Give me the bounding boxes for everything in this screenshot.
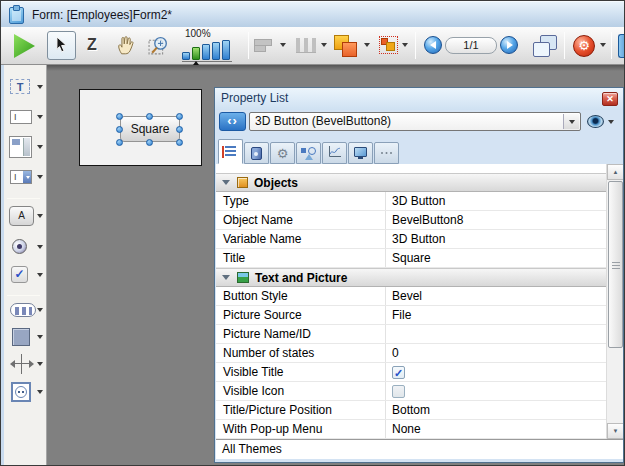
checkbox-unchecked[interactable] — [392, 385, 405, 398]
property-row[interactable]: Number of states0 — [216, 344, 606, 363]
dropdown-arrow-icon[interactable] — [37, 214, 43, 218]
selection-handle[interactable] — [146, 113, 153, 120]
dropdown-arrow-icon[interactable] — [37, 308, 43, 312]
listbox-tool[interactable] — [4, 136, 46, 158]
level-tool[interactable] — [334, 35, 360, 57]
property-row[interactable]: Picture SourceFile — [216, 306, 606, 325]
entry-order-tool[interactable]: Z — [87, 36, 97, 54]
checkbox-tool[interactable]: ✓ — [4, 266, 46, 283]
object-navigation-buttons[interactable]: ‹› — [219, 112, 246, 131]
property-value[interactable]: File — [386, 306, 606, 324]
dropdown-arrow-icon[interactable] — [37, 85, 43, 89]
tab-settings[interactable]: ⚙ — [270, 142, 295, 164]
property-value[interactable]: 3D Button — [386, 230, 606, 248]
scrollbar-thumb[interactable] — [608, 181, 623, 348]
combo-box-tool[interactable]: I — [4, 170, 46, 184]
form-pages-button[interactable] — [533, 35, 558, 57]
close-button[interactable]: ✕ — [602, 92, 618, 106]
property-value[interactable]: ✓ — [386, 363, 606, 381]
property-value[interactable]: 0 — [386, 344, 606, 362]
scroll-up-button[interactable]: ▲ — [607, 164, 623, 180]
property-value[interactable]: Bottom — [386, 401, 606, 419]
dropdown-arrow-icon[interactable] — [37, 273, 43, 277]
property-list-titlebar[interactable]: Property List — [215, 88, 623, 110]
property-row[interactable]: Title/Picture PositionBottom — [216, 401, 606, 420]
property-row[interactable]: With Pop-up MenuNone — [216, 420, 606, 439]
tab-chart[interactable] — [322, 142, 347, 164]
dropdown-arrow-icon[interactable] — [37, 115, 43, 119]
property-row[interactable]: Visible Title✓ — [216, 363, 606, 382]
zoom-bar-current[interactable] — [192, 47, 200, 60]
selection-handle[interactable] — [176, 139, 183, 146]
dropdown-arrow-icon[interactable] — [37, 245, 43, 249]
themes-footer[interactable]: All Themes — [216, 439, 623, 459]
collapse-arrow-icon[interactable] — [222, 180, 230, 185]
property-row[interactable]: Visible Icon — [216, 382, 606, 401]
section-header-row[interactable]: Text and Picture — [216, 268, 606, 287]
property-row[interactable]: Type3D Button — [216, 192, 606, 211]
input-field-tool[interactable]: I — [4, 110, 46, 124]
property-value[interactable]: None — [386, 420, 606, 438]
next-page-button[interactable] — [500, 36, 518, 54]
combo-dropdown-button[interactable] — [563, 114, 579, 129]
property-row[interactable]: Button StyleBevel — [216, 287, 606, 306]
selection-handle[interactable] — [116, 113, 123, 120]
dropdown-arrow-icon[interactable] — [37, 362, 43, 366]
scroll-down-button[interactable]: ▼ — [607, 423, 623, 439]
property-row[interactable]: Variable Name3D Button — [216, 230, 606, 249]
button-grid-tool[interactable] — [4, 303, 46, 317]
selection-handle[interactable] — [116, 126, 123, 133]
selection-handle[interactable] — [116, 139, 123, 146]
collapse-arrow-icon[interactable] — [222, 275, 230, 280]
gear-dropdown-arrow-icon[interactable] — [600, 43, 606, 47]
tab-more[interactable] — [374, 142, 399, 164]
selection-tool-button[interactable] — [47, 31, 76, 60]
property-value[interactable] — [386, 382, 606, 400]
dropdown-arrow-icon[interactable] — [37, 145, 43, 149]
checkbox-checked[interactable]: ✓ — [392, 366, 405, 379]
section-header-row[interactable]: Objects — [216, 173, 606, 192]
move-tool[interactable] — [115, 34, 137, 59]
group-tool[interactable] — [379, 36, 398, 54]
distribute-dropdown-arrow-icon[interactable] — [321, 43, 327, 47]
property-value[interactable]: 3D Button — [386, 192, 606, 210]
dropdown-arrow-icon[interactable] — [37, 390, 43, 394]
group-dropdown-arrow-icon[interactable] — [402, 43, 408, 47]
previous-page-button[interactable] — [424, 36, 442, 54]
align-dropdown-arrow-icon[interactable] — [280, 43, 286, 47]
window-titlebar[interactable]: Form: [Employees]Form2* — [1, 1, 624, 28]
clipped-toolbar-button[interactable] — [618, 34, 625, 58]
zoom-bar-5[interactable] — [222, 40, 230, 60]
page-indicator[interactable]: 1/1 — [445, 37, 497, 54]
plugin-area-tool[interactable] — [4, 382, 46, 402]
text-object-tool[interactable]: T — [4, 79, 46, 94]
zoom-tool[interactable] — [148, 34, 171, 60]
level-dropdown-arrow-icon[interactable] — [364, 43, 370, 47]
button-tool[interactable]: A — [4, 206, 46, 226]
property-row[interactable]: TitleSquare — [216, 249, 606, 268]
zoom-bar-3[interactable] — [202, 44, 210, 60]
zoom-bar-4[interactable] — [212, 42, 220, 60]
property-row[interactable]: Picture Name/ID — [216, 325, 606, 344]
eye-dropdown-arrow-icon[interactable] — [608, 120, 614, 124]
zoom-scale-widget[interactable] — [182, 40, 232, 62]
selection-handle[interactable] — [176, 126, 183, 133]
gear-settings-button[interactable]: ⚙ — [573, 35, 595, 57]
object-selector-dropdown[interactable]: 3D Button (BevelButton8) — [249, 112, 581, 131]
tab-shapes[interactable] — [296, 142, 321, 164]
property-value[interactable]: Square — [386, 249, 606, 267]
property-value[interactable]: Bevel — [386, 287, 606, 305]
tab-property-list[interactable] — [218, 139, 243, 164]
radio-button-tool[interactable] — [4, 239, 46, 254]
form-canvas[interactable]: Square — [79, 89, 202, 166]
property-scrollbar[interactable]: ▲ ▼ — [606, 164, 623, 439]
view-options-eye-button[interactable] — [587, 115, 604, 128]
rectangle-tool[interactable] — [4, 328, 46, 346]
tab-book[interactable] — [244, 142, 269, 164]
dropdown-arrow-icon[interactable] — [37, 335, 43, 339]
execute-form-button[interactable] — [14, 34, 35, 58]
dropdown-arrow-icon[interactable] — [37, 175, 43, 179]
property-value[interactable]: BevelButton8 — [386, 211, 606, 229]
property-row[interactable]: Object NameBevelButton8 — [216, 211, 606, 230]
tab-display[interactable] — [348, 142, 373, 164]
